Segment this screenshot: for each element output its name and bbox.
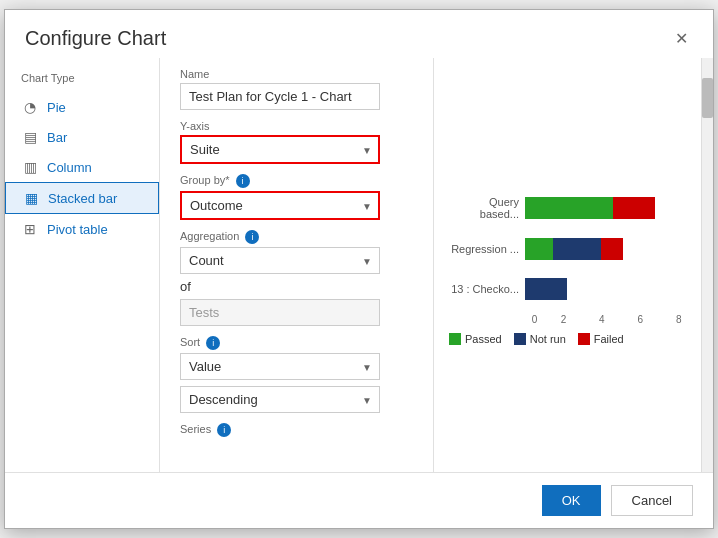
chart-row: Query based... bbox=[449, 196, 698, 220]
x-axis: 0 2 4 6 8 bbox=[449, 314, 698, 325]
sidebar-item-stacked-bar[interactable]: Stacked bar bbox=[5, 182, 159, 214]
aggregation-select[interactable]: Count bbox=[180, 247, 380, 274]
sidebar-item-label: Column bbox=[47, 160, 92, 175]
pie-icon bbox=[21, 99, 39, 115]
close-button[interactable]: ✕ bbox=[669, 26, 693, 50]
aggregation-label: Aggregation i bbox=[180, 230, 413, 244]
name-group: Name bbox=[180, 68, 413, 110]
aggregation-info-icon[interactable]: i bbox=[245, 230, 259, 244]
name-label: Name bbox=[180, 68, 413, 80]
bar-notrun bbox=[525, 278, 567, 300]
sidebar-item-label: Pie bbox=[47, 100, 66, 115]
chart-type-sidebar: Chart Type Pie Bar Column Stacked bar Pi… bbox=[5, 58, 160, 472]
legend-failed-color bbox=[578, 333, 590, 345]
x-tick: 4 bbox=[583, 314, 621, 325]
sort-selects: Value ▼ Descending ▼ bbox=[180, 353, 413, 413]
legend-passed-label: Passed bbox=[465, 333, 502, 345]
groupby-select-wrapper: Outcome ▼ bbox=[180, 191, 380, 220]
series-label: Series i bbox=[180, 423, 413, 437]
sort-value-select[interactable]: Value bbox=[180, 353, 380, 380]
scrollbar[interactable] bbox=[701, 58, 713, 472]
sidebar-item-label: Bar bbox=[47, 130, 67, 145]
legend-notrun-color bbox=[514, 333, 526, 345]
dialog-title: Configure Chart bbox=[25, 27, 166, 50]
name-input[interactable] bbox=[180, 83, 380, 110]
bars-group bbox=[525, 238, 623, 260]
sort-order-select[interactable]: Descending bbox=[180, 386, 380, 413]
bars-group bbox=[525, 278, 567, 300]
bar-failed bbox=[613, 197, 655, 219]
legend-notrun: Not run bbox=[514, 333, 566, 345]
legend-failed: Failed bbox=[578, 333, 624, 345]
x-tick: 2 bbox=[544, 314, 582, 325]
bar-notrun bbox=[553, 238, 601, 260]
groupby-group: Group by* i Outcome ▼ bbox=[180, 174, 413, 220]
ok-button[interactable]: OK bbox=[542, 485, 601, 516]
chart-row: Regression ... bbox=[449, 238, 698, 260]
yaxis-select-wrapper: Suite ▼ bbox=[180, 135, 380, 164]
yaxis-group: Y-axis Suite ▼ bbox=[180, 120, 413, 164]
chart-row: 13 : Checko... bbox=[449, 278, 698, 300]
dialog-footer: OK Cancel bbox=[5, 472, 713, 528]
configure-chart-dialog: Configure Chart ✕ Chart Type Pie Bar Col… bbox=[4, 9, 714, 529]
chart-area: Query based... Regression ... bbox=[449, 68, 698, 462]
sort-group: Sort i Value ▼ Descending ▼ bbox=[180, 336, 413, 413]
of-label: of bbox=[180, 277, 413, 296]
aggregation-group: Aggregation i Count ▼ of Tests bbox=[180, 230, 413, 326]
scrollbar-thumb[interactable] bbox=[702, 78, 713, 118]
sort-value-wrapper: Value ▼ bbox=[180, 353, 380, 380]
bar-icon bbox=[21, 129, 39, 145]
sort-label: Sort i bbox=[180, 336, 413, 350]
chart-row-label: 13 : Checko... bbox=[449, 283, 519, 295]
chart-preview-panel: Query based... Regression ... bbox=[433, 58, 713, 472]
chart-bars-container: Query based... Regression ... bbox=[449, 186, 698, 310]
sidebar-item-label: Pivot table bbox=[47, 222, 108, 237]
bar-passed bbox=[525, 238, 553, 260]
chart-row-label: Query based... bbox=[449, 196, 519, 220]
x-tick: 0 bbox=[525, 314, 544, 325]
sidebar-item-bar[interactable]: Bar bbox=[5, 122, 159, 152]
yaxis-select[interactable]: Suite bbox=[180, 135, 380, 164]
groupby-select[interactable]: Outcome bbox=[180, 191, 380, 220]
sort-info-icon[interactable]: i bbox=[206, 336, 220, 350]
chart-type-label: Chart Type bbox=[5, 68, 159, 92]
groupby-info-icon[interactable]: i bbox=[236, 174, 250, 188]
chart-row-label: Regression ... bbox=[449, 243, 519, 255]
x-tick: 6 bbox=[621, 314, 659, 325]
sidebar-item-pie[interactable]: Pie bbox=[5, 92, 159, 122]
dialog-header: Configure Chart ✕ bbox=[5, 10, 713, 58]
series-group: Series i bbox=[180, 423, 413, 437]
sidebar-item-label: Stacked bar bbox=[48, 191, 117, 206]
legend-passed: Passed bbox=[449, 333, 502, 345]
sidebar-item-pivot-table[interactable]: Pivot table bbox=[5, 214, 159, 244]
legend-passed-color bbox=[449, 333, 461, 345]
sort-order-wrapper: Descending ▼ bbox=[180, 386, 380, 413]
sidebar-item-column[interactable]: Column bbox=[5, 152, 159, 182]
cancel-button[interactable]: Cancel bbox=[611, 485, 693, 516]
bar-passed bbox=[525, 197, 613, 219]
tests-field: Tests bbox=[180, 299, 380, 326]
legend-failed-label: Failed bbox=[594, 333, 624, 345]
stacked-bar-icon bbox=[22, 190, 40, 206]
yaxis-label: Y-axis bbox=[180, 120, 413, 132]
form-panel: Name Y-axis Suite ▼ Group by* i bbox=[160, 58, 433, 472]
column-icon bbox=[21, 159, 39, 175]
dialog-body: Chart Type Pie Bar Column Stacked bar Pi… bbox=[5, 58, 713, 472]
legend-notrun-label: Not run bbox=[530, 333, 566, 345]
bars-group bbox=[525, 197, 655, 219]
bar-failed bbox=[601, 238, 623, 260]
x-tick: 8 bbox=[660, 314, 698, 325]
chart-legend: Passed Not run Failed bbox=[449, 333, 698, 345]
groupby-label: Group by* i bbox=[180, 174, 413, 188]
pivot-icon bbox=[21, 221, 39, 237]
aggregation-select-wrapper: Count ▼ bbox=[180, 247, 380, 274]
series-info-icon[interactable]: i bbox=[217, 423, 231, 437]
